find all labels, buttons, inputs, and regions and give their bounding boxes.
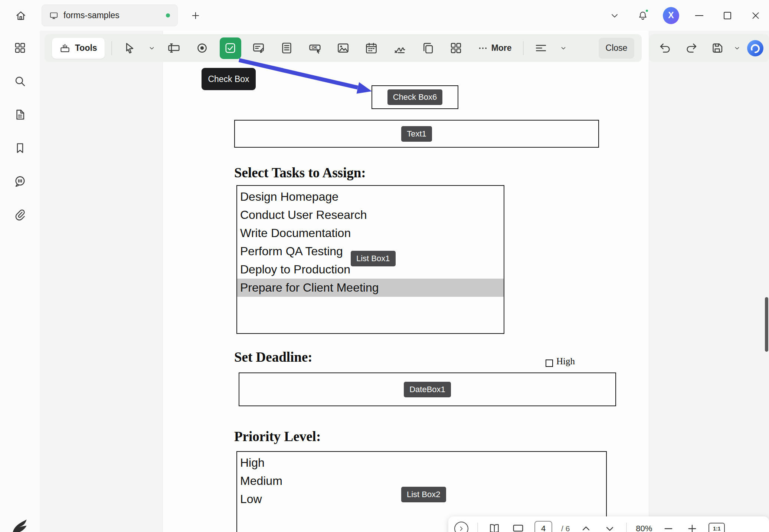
form-field-text1[interactable]: Text1 <box>234 120 599 148</box>
chevron-up-icon <box>580 523 592 532</box>
minimize-button[interactable] <box>691 7 707 24</box>
page-number-input[interactable]: 4 <box>534 521 552 532</box>
sidebar-item-attachments[interactable] <box>10 204 30 225</box>
undo-button[interactable] <box>654 37 676 59</box>
select-tool-chevron[interactable] <box>147 37 157 59</box>
home-icon <box>15 10 27 22</box>
minus-icon <box>662 523 674 532</box>
plus-icon <box>686 523 698 532</box>
save-options-chevron[interactable] <box>732 37 742 59</box>
save-icon <box>711 42 724 55</box>
scrollbar-thumb[interactable] <box>765 297 768 352</box>
monitor-icon <box>49 11 58 20</box>
field-name-badge: DateBox1 <box>404 382 451 397</box>
bookmark-icon <box>14 142 26 154</box>
search-icon <box>14 75 26 88</box>
signature-icon <box>393 42 406 55</box>
radio-button-tool-button[interactable] <box>192 37 213 59</box>
field-name-badge: List Box2 <box>401 487 446 502</box>
ai-assistant-icon <box>747 40 764 57</box>
sidebar-item-pages[interactable] <box>10 104 30 125</box>
reader-mode-button[interactable] <box>487 521 502 532</box>
new-tab-button[interactable] <box>187 7 204 24</box>
text-field-tool-button[interactable] <box>163 37 185 59</box>
divider <box>523 41 524 55</box>
divider <box>477 523 478 532</box>
redo-button[interactable] <box>680 37 702 59</box>
list-item: Conduct User Research <box>237 206 504 224</box>
next-page-button[interactable] <box>602 521 617 532</box>
tools-button[interactable]: Tools <box>52 38 105 59</box>
page-total: / 6 <box>561 524 570 532</box>
sidebar-item-search[interactable] <box>10 71 30 92</box>
zoom-in-button[interactable] <box>685 521 700 532</box>
sidebar-item-comments[interactable] <box>10 171 30 192</box>
layout-grid-tool-button[interactable] <box>445 37 467 59</box>
save-button[interactable] <box>706 37 728 59</box>
tab-title: forms-samples <box>63 10 161 20</box>
account-avatar[interactable]: X <box>663 7 679 24</box>
list-item-selected: Prepare for Client Meeting <box>237 279 504 297</box>
presentation-icon <box>512 523 524 532</box>
select-tool-button[interactable] <box>119 37 140 59</box>
collapse-toolbar-button[interactable] <box>606 7 623 24</box>
deadline-heading: Set Deadline: <box>234 349 312 365</box>
check-box-icon <box>224 42 237 55</box>
chevron-down-icon <box>733 44 741 52</box>
previous-page-button[interactable] <box>579 521 593 532</box>
form-field-datebox1[interactable]: DateBox1 <box>239 372 616 406</box>
toolbox-icon <box>59 43 71 54</box>
actual-size-label: 1:1 <box>713 526 720 532</box>
priority-heading: Priority Level: <box>234 428 321 444</box>
expand-panel-button[interactable] <box>454 522 468 532</box>
close-window-button[interactable] <box>747 7 764 24</box>
align-icon <box>534 42 547 55</box>
ok-text: OK <box>312 46 318 50</box>
text-field-icon <box>167 42 180 55</box>
align-tool-chevron[interactable] <box>559 37 568 59</box>
chevron-down-icon <box>604 523 616 532</box>
paperclip-icon <box>14 208 26 221</box>
copy-icon <box>421 42 434 55</box>
chevron-down-icon <box>609 10 620 21</box>
sidebar-item-apps[interactable] <box>10 37 30 58</box>
current-page: 4 <box>541 524 546 532</box>
zoom-level[interactable]: 80% <box>636 524 652 532</box>
field-name-badge: List Box1 <box>351 251 396 266</box>
plus-icon <box>190 10 201 21</box>
comment-icon <box>14 175 26 188</box>
high-checkbox[interactable] <box>546 359 553 367</box>
notifications-button[interactable] <box>635 7 651 24</box>
chevron-right-icon <box>458 525 465 532</box>
divider <box>111 41 112 55</box>
titlebar-right-group: X <box>606 7 769 24</box>
form-field-checkbox6[interactable]: Check Box6 <box>372 85 458 109</box>
list-item: Write Documentation <box>237 224 504 242</box>
list-box-icon <box>280 42 293 55</box>
sidebar <box>0 31 40 532</box>
close-label: Close <box>606 43 628 53</box>
maximize-button[interactable] <box>719 7 736 24</box>
more-button[interactable]: More <box>474 37 516 59</box>
duplicate-tool-button[interactable] <box>417 37 439 59</box>
field-name-badge: Check Box6 <box>387 89 443 105</box>
home-button[interactable] <box>11 6 30 25</box>
signature-field-tool-button[interactable] <box>389 37 410 59</box>
field-name-badge: Text1 <box>401 126 432 142</box>
actual-size-button[interactable]: 1:1 <box>709 523 725 532</box>
document-tab[interactable]: forms-samples <box>42 4 178 26</box>
high-checkbox-label: High <box>556 356 575 367</box>
undo-icon <box>659 42 672 55</box>
app-logo <box>10 517 30 532</box>
history-toolbar <box>649 34 769 62</box>
align-tool-button[interactable] <box>530 37 552 59</box>
close-form-mode-button[interactable]: Close <box>599 38 634 59</box>
sidebar-item-bookmarks[interactable] <box>10 138 30 158</box>
minimize-icon <box>695 15 703 16</box>
ai-assistant-button[interactable] <box>746 39 764 57</box>
zoom-out-button[interactable] <box>661 521 676 532</box>
slideshow-button[interactable] <box>511 521 526 532</box>
ellipsis-icon <box>478 43 488 53</box>
book-icon <box>488 523 500 532</box>
grid-icon <box>14 42 26 54</box>
